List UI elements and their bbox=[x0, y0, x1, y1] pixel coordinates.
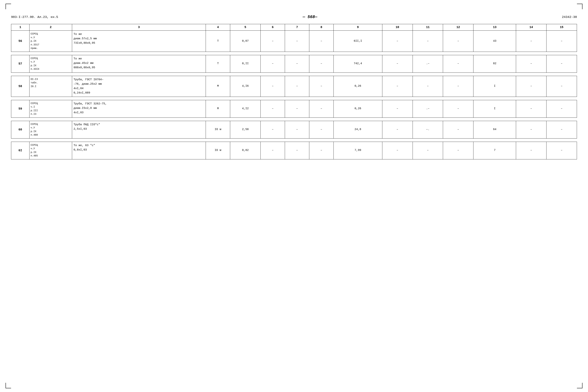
row-4-col11: –. bbox=[413, 121, 443, 138]
row-0-col13: 43 bbox=[474, 30, 516, 52]
row-4-col14: – bbox=[516, 121, 547, 138]
spacer-row bbox=[11, 118, 577, 121]
row-1-col13: 82 bbox=[474, 55, 516, 72]
row-0-col5: 0,07 bbox=[230, 30, 261, 52]
th-12: 12 bbox=[443, 24, 474, 30]
row-desc-2: Труба, ГОСТ I0704– –76, диам.25x2 мм 4xI… bbox=[72, 76, 206, 97]
row-ref-1: ССРСЦ ч.У р.IX п.33I4 bbox=[29, 55, 72, 72]
row-4-col9: 24,8 bbox=[333, 121, 382, 138]
table-row: 56ССРСЦ ч.У р.IX п.3317 прим.То же диам.… bbox=[11, 30, 577, 52]
row-2-col9: 0,26 bbox=[333, 76, 382, 97]
row-1-col7: – bbox=[285, 55, 309, 72]
row-1-col8: – bbox=[309, 55, 333, 72]
corner-top-left bbox=[5, 4, 11, 9]
row-ref-3: ССРСЦ ч.I р.III п.I3 bbox=[29, 100, 72, 118]
row-desc-5: То же, 63 "с" 0,8xI,03 bbox=[72, 142, 206, 159]
row-2-col5: 4,I6 bbox=[230, 76, 261, 97]
table-header-row: 1 2 3 4 5 6 7 8 9 10 11 12 13 14 15 bbox=[11, 24, 577, 30]
row-2-col11: – bbox=[413, 76, 443, 97]
row-1-col12: – bbox=[443, 55, 474, 72]
spacer-row bbox=[11, 52, 577, 55]
th-3: 3 bbox=[72, 24, 206, 30]
row-4-col10: – bbox=[382, 121, 413, 138]
data-table: 1 2 3 4 5 6 7 8 9 10 11 12 13 14 15 56СС… bbox=[11, 24, 577, 160]
row-5-col14: – bbox=[516, 142, 547, 159]
row-2-col6: – bbox=[261, 76, 285, 97]
header-center-label: — 568— bbox=[58, 15, 562, 19]
row-5-col5: 0,82 bbox=[230, 142, 261, 159]
th-2: 2 bbox=[29, 24, 72, 30]
row-2-col7: – bbox=[285, 76, 309, 97]
row-ref-4: ССРСЦ ч.У р.IX п.488 bbox=[29, 121, 72, 138]
row-4-col7: – bbox=[285, 121, 309, 138]
row-4-col4: IO м bbox=[206, 121, 230, 138]
row-2-col4: М bbox=[206, 76, 230, 97]
th-4: 4 bbox=[206, 24, 230, 30]
row-0-col4: Т bbox=[206, 30, 230, 52]
spacer-row bbox=[11, 138, 577, 142]
row-0-col7: – bbox=[285, 30, 309, 52]
table-row: 59ССРСЦ ч.I р.III п.I3Труба, ГОСТ 3262–7… bbox=[11, 100, 577, 118]
table-row: 60ССРСЦ ч.У р.IX п.488Труба ПНД IIO"с" 2… bbox=[11, 121, 577, 138]
header-right-label: 24342-30 bbox=[562, 15, 577, 19]
row-4-col6: – bbox=[261, 121, 285, 138]
th-15: 15 bbox=[547, 24, 577, 30]
row-2-col15: – bbox=[547, 76, 577, 97]
row-desc-3: Труба, ГОСТ 3262–75, диам.I5x2,8 мм 4xI,… bbox=[72, 100, 206, 118]
row-5-col12: – bbox=[443, 142, 474, 159]
row-3-col5: 4,I2 bbox=[230, 100, 261, 118]
row-4-col12: – bbox=[443, 121, 474, 138]
row-desc-0: То же диам.57x2,5 мм 73Ix0,88x0,95 bbox=[72, 30, 206, 52]
spacer-row bbox=[11, 72, 577, 76]
th-7: 7 bbox=[285, 24, 309, 30]
row-2-col14: – bbox=[516, 76, 547, 97]
row-1-col14: – bbox=[516, 55, 547, 72]
row-3-col7: – bbox=[285, 100, 309, 118]
corner-bottom-left bbox=[5, 383, 11, 388]
row-5-col15: – bbox=[547, 142, 577, 159]
row-3-col10: – bbox=[382, 100, 413, 118]
row-2-col8: – bbox=[309, 76, 333, 97]
page-header: 903-I-277.90. Ал.23, кн.5 — 568— 24342-3… bbox=[11, 15, 577, 19]
row-ref-5: ССРСЦ ч.У р.IX п.485 bbox=[29, 142, 72, 159]
th-9: 9 bbox=[333, 24, 382, 30]
row-0-col10: – bbox=[382, 30, 413, 52]
th-8: 8 bbox=[309, 24, 333, 30]
row-num-1: 57 bbox=[11, 55, 29, 72]
row-4-col8: – bbox=[309, 121, 333, 138]
row-0-col12: – bbox=[443, 30, 474, 52]
row-1-col5: 0,II bbox=[230, 55, 261, 72]
row-1-col11: .– bbox=[413, 55, 443, 72]
row-0-col15: – bbox=[547, 30, 577, 52]
row-5-col13: 7 bbox=[474, 142, 516, 159]
th-11: 11 bbox=[413, 24, 443, 30]
row-1-col4: Т bbox=[206, 55, 230, 72]
spacer-row bbox=[11, 97, 577, 100]
row-num-3: 59 bbox=[11, 100, 29, 118]
row-4-col13: 64 bbox=[474, 121, 516, 138]
row-3-col12: – bbox=[443, 100, 474, 118]
row-desc-4: Труба ПНД IIO"с" 2,5xI,03 bbox=[72, 121, 206, 138]
row-5-col7: – bbox=[285, 142, 309, 159]
th-6: 6 bbox=[261, 24, 285, 30]
table-row: 57ССРСЦ ч.У р.IX п.33I4То же диам.45x2 м… bbox=[11, 55, 577, 72]
row-3-col14: – bbox=[516, 100, 547, 118]
th-1: 1 bbox=[11, 24, 29, 30]
corner-top-right bbox=[577, 4, 583, 9]
row-0-col14: – bbox=[516, 30, 547, 52]
row-0-col8: – bbox=[309, 30, 333, 52]
row-3-col15: – bbox=[547, 100, 577, 118]
table-row: 58OI–I3 табл. I8.IТруба, ГОСТ I0704– –76… bbox=[11, 76, 577, 97]
row-5-col4: IO м bbox=[206, 142, 230, 159]
row-3-col8: – bbox=[309, 100, 333, 118]
row-0-col11: – bbox=[413, 30, 443, 52]
row-ref-0: ССРСЦ ч.У р.IX п.3317 прим. bbox=[29, 30, 72, 52]
row-desc-1: То же диам.45x2 мм 888x0,88x0,95 bbox=[72, 55, 206, 72]
row-5-col10: – bbox=[382, 142, 413, 159]
row-3-col13: I bbox=[474, 100, 516, 118]
row-4-col15: – bbox=[547, 121, 577, 138]
row-num-2: 58 bbox=[11, 76, 29, 97]
row-1-col10: – bbox=[382, 55, 413, 72]
table-row: 6IССРСЦ ч.У р.IX п.485То же, 63 "с" 0,8x… bbox=[11, 142, 577, 159]
row-2-col10: – bbox=[382, 76, 413, 97]
